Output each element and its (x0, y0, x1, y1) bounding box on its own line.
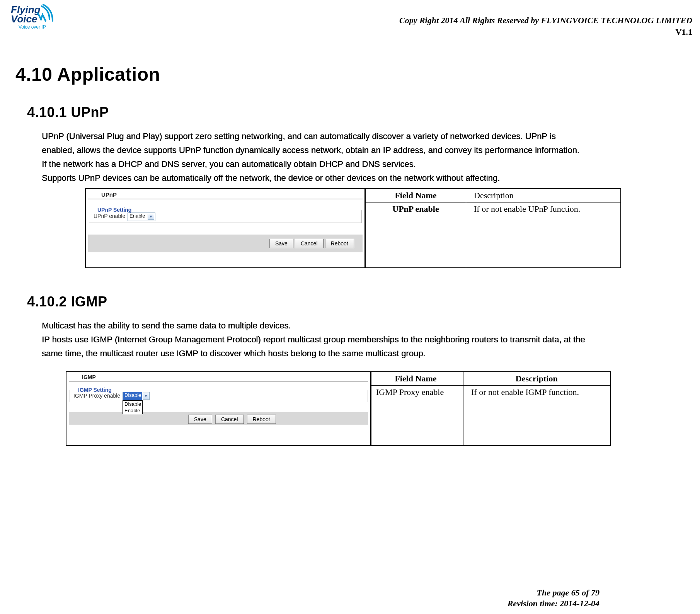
upnp-divider (88, 199, 363, 199)
igmp-divider (69, 381, 368, 382)
copyright-text: Copy Right 2014 All Rights Reserved by F… (399, 15, 692, 26)
upnp-td-field: UPnP enable (366, 202, 466, 268)
upnp-spec-table: Field Name Description UPnP enable If or… (365, 188, 621, 269)
igmp-screenshot: IGMP IGMP Setting IGMP Proxy enable Disa… (66, 371, 371, 446)
upnp-para-2: enabled, allows the device supports UPnP… (42, 144, 700, 156)
section-igmp: 4.10.2 IGMP Multicast has the ability to… (27, 294, 700, 446)
igmp-td-desc: If or not enable IGMP function. (463, 385, 610, 446)
igmp-th-desc: Description (463, 372, 610, 386)
section-upnp: 4.10.1 UPnP UPnP (Universal Plug and Pla… (27, 104, 700, 268)
logo-text-2: Voice (11, 13, 37, 25)
upnp-select-value: Enable (128, 213, 145, 219)
upnp-td-desc: If or not enable UPnP function. (466, 202, 621, 268)
header-right: Copy Right 2014 All Rights Reserved by F… (399, 15, 692, 37)
upnp-panel-title: UPnP (101, 191, 117, 198)
igmp-option-enable[interactable]: Enable (123, 407, 142, 414)
igmp-dropdown-list[interactable]: Disable Enable (123, 400, 143, 414)
igmp-para-1: Multicast has the ability to send the sa… (42, 320, 700, 332)
upnp-para-3: If the network has a DHCP and DNS server… (42, 158, 700, 170)
upnp-th-desc: Description (466, 189, 621, 202)
cancel-button[interactable]: Cancel (295, 239, 324, 248)
igmp-enable-label: IGMP Proxy enable (73, 393, 120, 399)
igmp-description: Multicast has the ability to send the sa… (42, 320, 700, 360)
reboot-button[interactable]: Reboot (247, 415, 276, 424)
upnp-th-field: Field Name (366, 189, 466, 202)
upnp-enable-label: UPnP enable (94, 213, 125, 219)
upnp-para-1: UPnP (Universal Plug and Play) support z… (42, 130, 700, 143)
h2-igmp: 4.10.2 IGMP (27, 294, 700, 310)
save-button[interactable]: Save (269, 239, 293, 248)
cancel-button[interactable]: Cancel (215, 415, 244, 424)
save-button[interactable]: Save (188, 415, 212, 424)
footer-revision: Revision time: 2014-12-04 (508, 598, 600, 609)
version-text: V1.1 (399, 27, 692, 37)
upnp-description: UPnP (Universal Plug and Play) support z… (42, 130, 700, 184)
igmp-panel-title: IGMP (82, 374, 96, 380)
logo: Flying Voice Voice over IP (11, 3, 55, 31)
logo-tagline: Voice over IP (19, 24, 46, 30)
page-footer: The page 65 of 79 Revision time: 2014-12… (508, 587, 600, 609)
igmp-para-3: same time, the multicast router use IGMP… (42, 347, 700, 360)
chevron-down-icon: ▼ (148, 214, 154, 220)
igmp-option-disable[interactable]: Disable (123, 401, 142, 407)
igmp-para-2: IP hosts use IGMP (Internet Group Manage… (42, 333, 700, 346)
footer-page: The page 65 of 79 (508, 587, 600, 599)
reboot-button[interactable]: Reboot (325, 239, 354, 248)
h1-application: 4.10 Application (15, 64, 160, 85)
chevron-down-icon: ▼ (143, 393, 149, 400)
igmp-select-value: Disable (123, 392, 142, 400)
upnp-enable-select[interactable]: Enable ▼ (128, 213, 155, 221)
upnp-para-4: Supports UPnP devices can be automatical… (42, 172, 700, 184)
igmp-td-field: IGMP Proxy enable (371, 385, 463, 446)
upnp-screenshot: UPnP UPnP Setting UPnP enable Enable ▼ S… (85, 188, 365, 269)
igmp-spec-table: Field Name Description IGMP Proxy enable… (371, 371, 611, 446)
h2-upnp: 4.10.1 UPnP (27, 104, 700, 121)
igmp-th-field: Field Name (371, 372, 463, 386)
